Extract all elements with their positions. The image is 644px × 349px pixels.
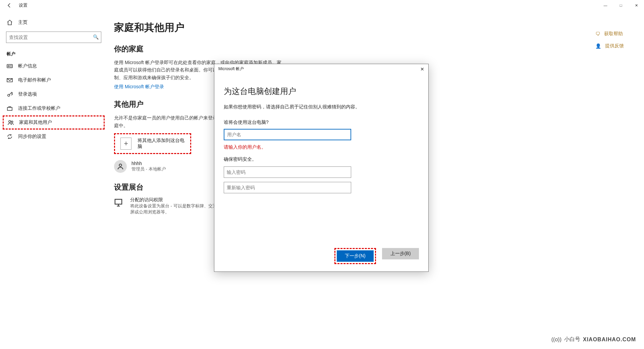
next-button[interactable]: 下一步(N): [337, 250, 374, 262]
back-button[interactable]: 上一步(B): [382, 248, 419, 259]
dialog-close-button[interactable]: ✕: [420, 66, 424, 72]
create-user-dialog: Microsoft 帐户 ✕ 为这台电脑创建用户 如果你想使用密码，请选择自己易…: [214, 64, 429, 272]
password-section-label: 确保密码安全。: [224, 156, 419, 162]
username-error: 请输入你的用户名。: [224, 144, 419, 150]
next-button-highlight: 下一步(N): [334, 248, 376, 264]
password-input[interactable]: [224, 166, 351, 178]
dialog-heading: 为这台电脑创建用户: [224, 86, 419, 97]
dialog-title: Microsoft 帐户: [218, 66, 244, 72]
username-input[interactable]: [224, 129, 351, 140]
who-label: 谁将会使用这台电脑?: [224, 119, 419, 126]
dialog-titlebar: Microsoft 帐户 ✕: [214, 64, 428, 74]
dialog-subtext: 如果你想使用密码，请选择自己易于记住但别人很难猜到的内容。: [224, 104, 419, 110]
password-confirm-input[interactable]: [224, 182, 351, 193]
